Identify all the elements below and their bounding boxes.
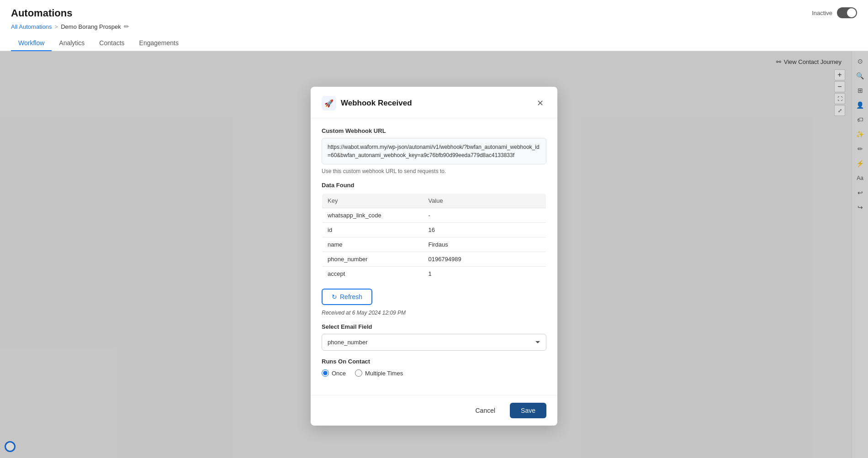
main-content: ⚯ View Contact Journey + − ⛶ ⤢ ⊙ 🔍 ⊞ 👤 🏷… xyxy=(0,51,868,458)
custom-url-label: Custom Webhook URL xyxy=(322,127,546,134)
breadcrumb-separator: > xyxy=(55,23,58,30)
data-found-table: Key Value whatsapp_link_code-id16nameFir… xyxy=(322,193,546,281)
save-button[interactable]: Save xyxy=(510,403,546,418)
received-text: Received at 6 May 2024 12:09 PM xyxy=(322,310,546,316)
table-row: nameFirdaus xyxy=(322,237,546,252)
webhook-modal: 🚀 Webhook Received ✕ Custom Webhook URL … xyxy=(311,87,557,426)
page-title: Automations xyxy=(11,7,857,19)
email-field-select[interactable]: phone_number email name id xyxy=(322,334,546,351)
radio-once-label: Once xyxy=(332,370,346,377)
radio-multiple-label: Multiple Times xyxy=(365,370,403,377)
table-cell-value: 0196794989 xyxy=(423,252,546,267)
modal-footer: Cancel Save xyxy=(311,395,557,426)
modal-body: Custom Webhook URL https://wabot.waform.… xyxy=(311,118,557,395)
table-cell-value: 16 xyxy=(423,223,546,237)
status-area: Inactive xyxy=(812,7,857,18)
radio-multiple-input[interactable] xyxy=(355,369,362,377)
table-cell-value: - xyxy=(423,208,546,223)
top-bar: Inactive Automations All Automations > D… xyxy=(0,0,868,51)
table-row: accept1 xyxy=(322,267,546,281)
radio-multiple[interactable]: Multiple Times xyxy=(355,369,403,377)
table-cell-value: Firdaus xyxy=(423,237,546,252)
runs-on-contact-label: Runs On Contact xyxy=(322,358,546,365)
table-row: phone_number0196794989 xyxy=(322,252,546,267)
cancel-button[interactable]: Cancel xyxy=(466,403,504,418)
close-modal-button[interactable]: ✕ xyxy=(534,97,546,110)
webhook-icon: 🚀 xyxy=(322,96,336,111)
tab-contacts[interactable]: Contacts xyxy=(92,36,132,51)
table-cell-key: id xyxy=(322,223,423,237)
table-cell-key: accept xyxy=(322,267,423,281)
refresh-button[interactable]: ↻ Refresh xyxy=(322,289,372,305)
tab-analytics[interactable]: Analytics xyxy=(52,36,92,51)
radio-group: Once Multiple Times xyxy=(322,369,546,377)
breadcrumb-all-automations[interactable]: All Automations xyxy=(11,23,52,30)
table-cell-key: name xyxy=(322,237,423,252)
table-cell-value: 1 xyxy=(423,267,546,281)
table-row: id16 xyxy=(322,223,546,237)
modal-overlay: 🚀 Webhook Received ✕ Custom Webhook URL … xyxy=(0,51,868,458)
col-key: Key xyxy=(322,194,423,208)
modal-header: 🚀 Webhook Received ✕ xyxy=(311,87,557,118)
radio-once[interactable]: Once xyxy=(322,369,346,377)
modal-header-left: 🚀 Webhook Received xyxy=(322,96,412,111)
refresh-label: Refresh xyxy=(340,293,362,300)
edit-breadcrumb-icon[interactable]: ✏ xyxy=(124,23,129,30)
status-label: Inactive xyxy=(812,10,832,16)
modal-title: Webhook Received xyxy=(341,99,412,108)
data-found-label: Data Found xyxy=(322,182,546,189)
table-row: whatsapp_link_code- xyxy=(322,208,546,223)
refresh-icon: ↻ xyxy=(332,293,337,300)
breadcrumb-current: Demo Borang Prospek xyxy=(61,23,121,30)
webhook-url-display: https://wabot.waform.my/wp-json/autonami… xyxy=(322,138,546,164)
table-cell-key: whatsapp_link_code xyxy=(322,208,423,223)
inactive-toggle[interactable] xyxy=(837,7,857,18)
select-email-label: Select Email Field xyxy=(322,323,546,330)
nav-tabs: Workflow Analytics Contacts Engagements xyxy=(11,36,857,51)
url-helper-text: Use this custom webhook URL to send requ… xyxy=(322,168,546,174)
table-cell-key: phone_number xyxy=(322,252,423,267)
tab-workflow[interactable]: Workflow xyxy=(11,36,52,51)
col-value: Value xyxy=(423,194,546,208)
radio-once-input[interactable] xyxy=(322,369,329,377)
breadcrumb: All Automations > Demo Borang Prospek ✏ xyxy=(11,23,857,30)
tab-engagements[interactable]: Engagements xyxy=(132,36,186,51)
